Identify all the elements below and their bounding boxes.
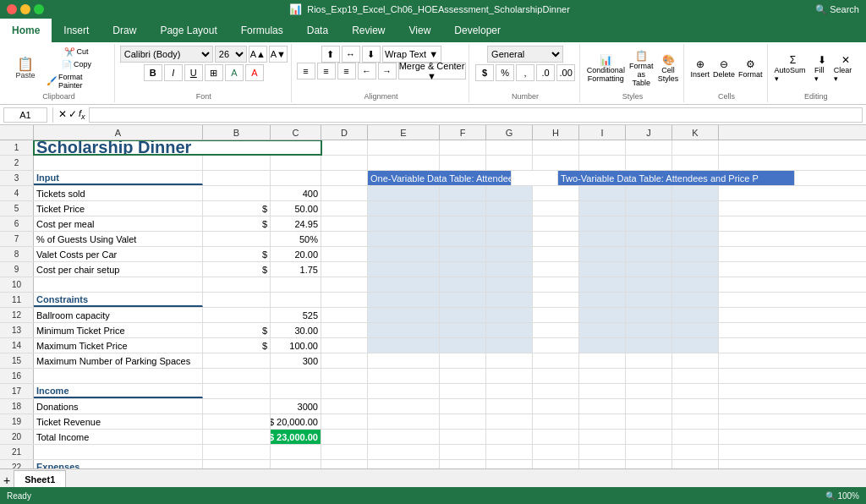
cell-g4[interactable] <box>486 186 533 200</box>
cell-f4[interactable] <box>440 186 486 200</box>
cell-e15[interactable] <box>368 353 440 368</box>
cell-k9[interactable] <box>672 262 719 277</box>
dollar-button[interactable]: $ <box>475 64 494 81</box>
cell-d2[interactable] <box>321 156 368 170</box>
cell-i4[interactable] <box>579 186 626 200</box>
cell-f9[interactable] <box>440 262 486 277</box>
col-header-h[interactable]: H <box>533 125 579 140</box>
cell-f16[interactable] <box>440 369 486 383</box>
cell-i16[interactable] <box>579 369 626 383</box>
fill-button[interactable]: ⬇ Fill ▾ <box>814 54 830 83</box>
cell-h16[interactable] <box>533 369 579 383</box>
cell-i5[interactable] <box>579 201 626 216</box>
cell-i2[interactable] <box>579 156 626 170</box>
cell-k7[interactable] <box>672 232 719 246</box>
cell-h21[interactable] <box>533 445 579 459</box>
cell-a19[interactable]: Ticket Revenue <box>34 414 203 429</box>
cell-h19[interactable] <box>533 414 579 429</box>
cell-g1[interactable] <box>486 140 533 155</box>
cell-k4[interactable] <box>672 186 719 200</box>
cell-g15[interactable] <box>486 353 533 368</box>
merge-center-button[interactable]: Merge & Center ▼ <box>398 63 466 79</box>
cell-e14[interactable] <box>368 338 440 353</box>
cell-a2[interactable] <box>34 156 203 170</box>
cell-f5[interactable] <box>440 201 486 216</box>
cell-f11[interactable] <box>440 293 486 307</box>
cell-f18[interactable] <box>440 399 486 414</box>
align-center-button[interactable]: ≡ <box>317 63 336 79</box>
cell-h8[interactable] <box>533 247 579 261</box>
cell-c18[interactable]: 3000 <box>271 399 321 414</box>
underline-button[interactable]: U <box>184 64 203 81</box>
col-header-f[interactable]: F <box>440 125 486 140</box>
cell-h20[interactable] <box>533 430 579 444</box>
cell-c11[interactable] <box>271 293 321 307</box>
cell-j13[interactable] <box>626 323 672 337</box>
cell-j21[interactable] <box>626 445 672 459</box>
cell-c21[interactable] <box>271 445 321 459</box>
cell-k17[interactable] <box>672 384 719 398</box>
increase-font-button[interactable]: A▲ <box>249 46 267 63</box>
cell-b16[interactable] <box>203 369 271 383</box>
cell-d21[interactable] <box>321 445 368 459</box>
cell-e18[interactable] <box>368 399 440 414</box>
cell-c4[interactable]: 400 <box>271 186 321 200</box>
cell-e20[interactable] <box>368 430 440 444</box>
cell-e12[interactable] <box>368 308 440 322</box>
insert-cells-button[interactable]: ⊕ Insert <box>690 58 710 79</box>
cell-c12[interactable]: 525 <box>271 308 321 322</box>
cell-i20[interactable] <box>579 430 626 444</box>
cell-k16[interactable] <box>672 369 719 383</box>
cell-e21[interactable] <box>368 445 440 459</box>
delete-cells-button[interactable]: ⊖ Delete <box>713 58 735 79</box>
cell-b8[interactable]: $ <box>203 247 271 261</box>
cell-a14[interactable]: Maximum Ticket Price <box>34 338 203 353</box>
tab-home[interactable]: Home <box>0 19 52 42</box>
cell-g13[interactable] <box>486 323 533 337</box>
cell-d16[interactable] <box>321 369 368 383</box>
cell-i7[interactable] <box>579 232 626 246</box>
cell-b3[interactable] <box>203 171 271 185</box>
font-size-select[interactable]: 26 <box>215 46 247 63</box>
cell-c22[interactable] <box>271 460 321 468</box>
cell-k15[interactable] <box>672 353 719 368</box>
sheet-tab-sheet1[interactable]: Sheet1 <box>14 470 66 487</box>
cell-d14[interactable] <box>321 338 368 353</box>
cell-k19[interactable] <box>672 414 719 429</box>
cell-h15[interactable] <box>533 353 579 368</box>
cell-i15[interactable] <box>579 353 626 368</box>
cell-j8[interactable] <box>626 247 672 261</box>
cell-a4[interactable]: Tickets sold <box>34 186 203 200</box>
cell-a12[interactable]: Ballroom capacity <box>34 308 203 322</box>
cell-g6[interactable] <box>486 216 533 231</box>
cell-b2[interactable] <box>203 156 271 170</box>
cell-j15[interactable] <box>626 353 672 368</box>
cell-b11[interactable] <box>203 293 271 307</box>
formula-input[interactable]: Scholarship Dinner <box>89 107 863 123</box>
fill-color-button[interactable]: A <box>225 64 244 81</box>
cell-a5[interactable]: Ticket Price <box>34 201 203 216</box>
cell-g9[interactable] <box>486 262 533 277</box>
cell-h9[interactable] <box>533 262 579 277</box>
cell-d12[interactable] <box>321 308 368 322</box>
cell-d19[interactable] <box>321 414 368 429</box>
cell-e16[interactable] <box>368 369 440 383</box>
cell-e5[interactable] <box>368 201 440 216</box>
tab-formulas[interactable]: Formulas <box>229 19 295 42</box>
close-button[interactable] <box>7 4 17 14</box>
cell-d10[interactable] <box>321 277 368 292</box>
cell-k20[interactable] <box>672 430 719 444</box>
percent-button[interactable]: % <box>496 64 514 81</box>
cell-d22[interactable] <box>321 460 368 468</box>
confirm-formula-icon[interactable]: ✓ <box>69 108 77 121</box>
cell-f10[interactable] <box>440 277 486 292</box>
cell-f22[interactable] <box>440 460 486 468</box>
cell-h18[interactable] <box>533 399 579 414</box>
cell-c10[interactable] <box>271 277 321 292</box>
format-as-table-button[interactable]: 📋 Formatas Table <box>628 50 655 87</box>
border-button[interactable]: ⊞ <box>205 64 223 81</box>
cell-f20[interactable] <box>440 430 486 444</box>
cut-button[interactable]: ✂️Cut <box>44 47 109 58</box>
cell-j10[interactable] <box>626 277 672 292</box>
cell-i13[interactable] <box>579 323 626 337</box>
